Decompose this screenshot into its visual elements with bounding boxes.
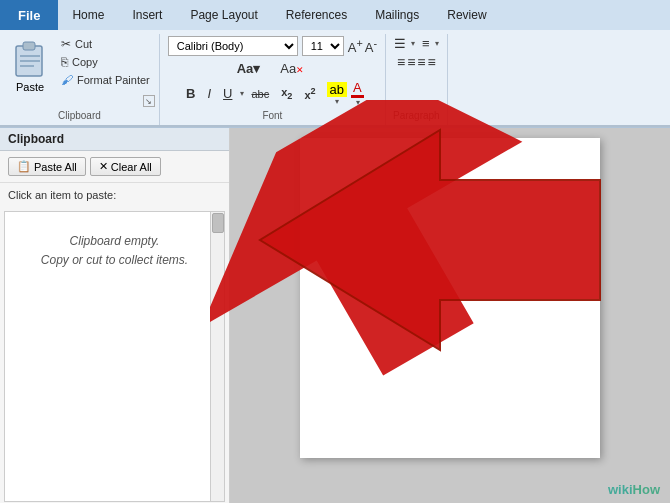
document-page[interactable] [300, 138, 600, 458]
copy-icon: ⎘ [61, 55, 68, 69]
clipboard-dialog-launcher[interactable]: ↘ [143, 95, 155, 107]
justify-button[interactable]: ≡ [428, 54, 436, 70]
copy-button[interactable]: ⎘ Copy [58, 54, 153, 70]
font-row-2: Aa▾ Aa✕ [237, 59, 309, 78]
clipboard-empty-line1: Clipboard empty. [70, 234, 160, 248]
highlight-dropdown-arrow[interactable]: ▾ [335, 97, 339, 106]
change-case-button[interactable]: Aa▾ [237, 61, 261, 76]
svg-rect-1 [23, 42, 35, 50]
clipboard-content-area[interactable]: Clipboard empty. Copy or cut to collect … [4, 211, 225, 502]
shrink-font-button[interactable]: A- [365, 38, 377, 54]
clipboard-group-label: Clipboard [58, 108, 101, 123]
clipboard-panel: Clipboard 📋 Paste All ✕ Clear All Click … [0, 128, 230, 503]
tab-mailings[interactable]: Mailings [361, 0, 433, 30]
clipboard-instruction: Click an item to paste: [0, 183, 229, 207]
bullets-button[interactable]: ☰ [394, 36, 406, 51]
underline-dropdown-arrow[interactable]: ▾ [240, 89, 244, 98]
format-painter-button[interactable]: 🖌 Format Painter [58, 72, 153, 88]
clipboard-panel-buttons: 📋 Paste All ✕ Clear All [0, 151, 229, 183]
font-row-3: B I U ▾ abc x2 x2 ab ▾ A ▾ [181, 80, 364, 107]
ribbon-body: Paste ✂ Cut ⎘ Copy 🖌 Format Painter [0, 30, 670, 127]
cut-button[interactable]: ✂ Cut [58, 36, 153, 52]
scissors-icon: ✂ [61, 37, 71, 51]
paragraph-group-label: Paragraph [393, 108, 440, 123]
clear-formatting-button[interactable]: Aa✕ [276, 59, 308, 78]
cut-label: Cut [75, 38, 92, 50]
font-size-buttons: A+ A- [348, 38, 377, 54]
bullets-dropdown[interactable]: ▾ [411, 39, 415, 48]
clear-all-label: Clear All [111, 161, 152, 173]
alignment-buttons: ≡ ≡ ≡ ≡ [397, 54, 436, 70]
numbering-button[interactable]: ≡ [422, 36, 430, 51]
paste-button[interactable]: Paste [6, 36, 54, 95]
tab-page-layout[interactable]: Page Layout [176, 0, 271, 30]
bold-button[interactable]: B [181, 84, 200, 103]
para-row-1: ☰ ▾ ≡ ▾ [394, 36, 439, 51]
subscript-button[interactable]: x2 [276, 84, 297, 103]
main-area: Clipboard 📋 Paste All ✕ Clear All Click … [0, 128, 670, 503]
italic-button[interactable]: I [202, 84, 216, 103]
wikihow-badge: wikiHow [608, 482, 660, 497]
tab-bar: File Home Insert Page Layout References … [0, 0, 670, 30]
grow-font-button[interactable]: A+ [348, 38, 363, 54]
clipboard-scrollbar[interactable] [210, 212, 224, 501]
clipboard-empty-line2: Copy or cut to collect items. [41, 253, 188, 267]
tab-home[interactable]: Home [58, 0, 118, 30]
tab-references[interactable]: References [272, 0, 361, 30]
dialog-arrow-icon: ↘ [145, 97, 152, 106]
underline-button[interactable]: U [218, 84, 237, 103]
align-left-button[interactable]: ≡ [397, 54, 405, 70]
clipboard-empty-text: Clipboard empty. Copy or cut to collect … [5, 212, 224, 290]
document-area[interactable] [230, 128, 670, 503]
clear-all-button[interactable]: ✕ Clear All [90, 157, 161, 176]
paste-all-icon: 📋 [17, 160, 31, 173]
superscript-button[interactable]: x2 [299, 84, 320, 103]
clipboard-group: Paste ✂ Cut ⎘ Copy 🖌 Format Painter [0, 34, 160, 125]
paste-all-label: Paste All [34, 161, 77, 173]
align-right-button[interactable]: ≡ [417, 54, 425, 70]
font-size-select[interactable]: 11 [302, 36, 344, 56]
strikethrough-button[interactable]: abc [246, 86, 274, 102]
highlight-color-button[interactable]: ab ▾ [327, 82, 347, 106]
numbering-dropdown[interactable]: ▾ [435, 39, 439, 48]
ribbon-container: File Home Insert Page Layout References … [0, 0, 670, 128]
wikihow-suffix: How [633, 482, 660, 497]
format-painter-label: Format Painter [77, 74, 150, 86]
wikihow-prefix: wiki [608, 482, 633, 497]
paste-label: Paste [16, 81, 44, 93]
clear-all-icon: ✕ [99, 160, 108, 173]
font-color-dropdown-arrow[interactable]: ▾ [356, 98, 360, 107]
paste-all-button[interactable]: 📋 Paste All [8, 157, 86, 176]
para-row-2: ≡ ≡ ≡ ≡ [397, 54, 436, 70]
tab-insert[interactable]: Insert [118, 0, 176, 30]
font-row-1: Calibri (Body) 11 A+ A- [168, 36, 377, 56]
tab-file[interactable]: File [0, 0, 58, 30]
format-painter-icon: 🖌 [61, 73, 73, 87]
align-center-button[interactable]: ≡ [407, 54, 415, 70]
paragraph-group: ☰ ▾ ≡ ▾ ≡ ≡ ≡ ≡ Paragraph [386, 34, 448, 125]
font-group-label: Font [262, 108, 282, 123]
tab-review[interactable]: Review [433, 0, 500, 30]
clipboard-panel-title: Clipboard [0, 128, 229, 151]
paste-icon [12, 38, 48, 80]
font-color-button[interactable]: A ▾ [351, 80, 364, 107]
clipboard-small-buttons: ✂ Cut ⎘ Copy 🖌 Format Painter [58, 36, 153, 88]
copy-label: Copy [72, 56, 98, 68]
scrollbar-thumb [212, 213, 224, 233]
font-group: Calibri (Body) 11 A+ A- Aa▾ Aa✕ B [160, 34, 386, 125]
font-name-select[interactable]: Calibri (Body) [168, 36, 298, 56]
